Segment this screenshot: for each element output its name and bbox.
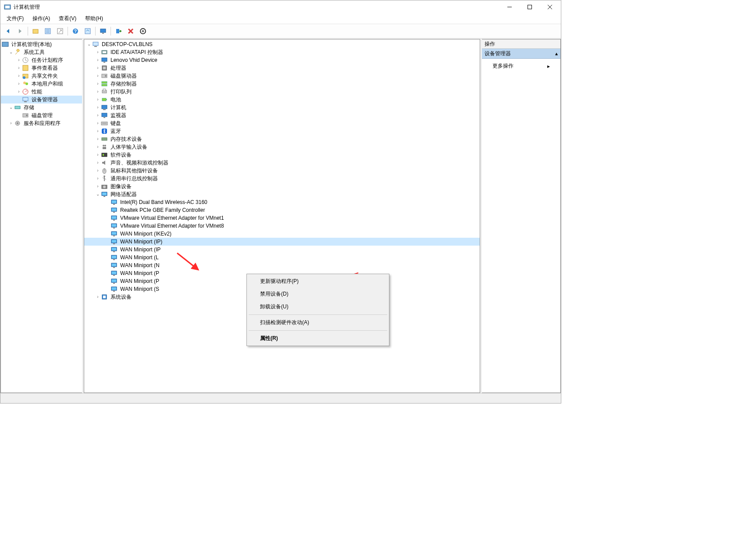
- svg-rect-85: [113, 228, 115, 229]
- device-category[interactable]: ›声音、视频和游戏控制器: [84, 159, 480, 167]
- device-category[interactable]: ›IDE ATA/ATAPI 控制器: [84, 48, 480, 56]
- device-category[interactable]: ›Lenovo Vhid Device: [84, 56, 480, 64]
- device-category[interactable]: ›鼠标和其他指针设备: [84, 167, 480, 175]
- toolbar-help-button[interactable]: ?: [70, 25, 81, 37]
- context-menu-item[interactable]: 禁用设备(D): [248, 288, 388, 300]
- expand-icon[interactable]: ›: [95, 175, 101, 182]
- expand-icon[interactable]: ›: [16, 89, 22, 95]
- tree-disk-management[interactable]: ›磁盘管理: [1, 111, 82, 119]
- collapse-icon[interactable]: ⌄: [95, 191, 101, 197]
- tree-root-computer-management[interactable]: 计算机管理(本地): [1, 40, 82, 48]
- menu-file[interactable]: 文件(F): [2, 14, 28, 23]
- toolbar-export-button[interactable]: [54, 25, 66, 37]
- svg-rect-6: [33, 29, 38, 33]
- expand-icon[interactable]: ›: [16, 73, 22, 79]
- expand-icon[interactable]: ›: [95, 89, 101, 95]
- device-category[interactable]: ›软件设备: [84, 151, 480, 159]
- device-category[interactable]: ›监视器: [84, 111, 480, 119]
- tree-task-scheduler[interactable]: ›任务计划程序: [1, 56, 82, 64]
- expand-icon[interactable]: ›: [95, 128, 101, 134]
- network-adapter-item[interactable]: WAN Miniport (IP: [84, 246, 480, 254]
- expand-icon[interactable]: ›: [95, 57, 101, 63]
- context-menu-item[interactable]: 更新驱动程序(P): [248, 275, 388, 288]
- menu-view[interactable]: 查看(V): [54, 14, 81, 23]
- device-category[interactable]: ›处理器: [84, 64, 480, 72]
- context-menu-item[interactable]: 扫描检测硬件改动(A): [248, 316, 388, 329]
- toolbar-refresh-button[interactable]: [82, 25, 93, 37]
- toolbar-properties-button[interactable]: [42, 25, 53, 37]
- tree-shared-folders[interactable]: ›共享文件夹: [1, 72, 82, 80]
- collapse-icon[interactable]: ⌄: [86, 41, 92, 47]
- expand-icon[interactable]: ›: [95, 96, 101, 103]
- toolbar-up-button[interactable]: [30, 25, 41, 37]
- menu-action[interactable]: 操作(A): [28, 14, 54, 23]
- tree-performance[interactable]: ›性能: [1, 88, 82, 96]
- actions-group[interactable]: 设备管理器 ▴: [482, 49, 560, 59]
- network-adapter-item[interactable]: VMware Virtual Ethernet Adapter for VMne…: [84, 214, 480, 222]
- toolbar-enable-device-button[interactable]: [113, 25, 124, 37]
- expand-icon[interactable]: ›: [16, 57, 22, 63]
- device-category[interactable]: ›蓝牙: [84, 127, 480, 135]
- toolbar-monitor-button[interactable]: [97, 25, 109, 37]
- network-adapter-icon: [111, 230, 118, 237]
- tree-storage[interactable]: ⌄存储: [1, 104, 82, 111]
- expand-icon[interactable]: ›: [95, 120, 101, 126]
- expand-icon[interactable]: ›: [95, 81, 101, 87]
- collapse-icon[interactable]: ⌄: [8, 49, 14, 55]
- toolbar-back-button[interactable]: [2, 25, 14, 37]
- device-category[interactable]: ›计算机: [84, 104, 480, 111]
- app-icon: [4, 4, 11, 11]
- tree-system-tools[interactable]: ⌄ 系统工具: [1, 48, 82, 56]
- network-adapter-item[interactable]: VMware Virtual Ethernet Adapter for VMne…: [84, 222, 480, 230]
- device-category[interactable]: ›图像设备: [84, 182, 480, 190]
- expand-icon[interactable]: ›: [95, 73, 101, 79]
- network-adapter-item[interactable]: Realtek PCIe GBE Family Controller: [84, 206, 480, 214]
- device-category[interactable]: ›人体学输入设备: [84, 143, 480, 151]
- expand-icon[interactable]: ›: [95, 112, 101, 118]
- tree-local-users[interactable]: ›本地用户和组: [1, 80, 82, 88]
- maximize-button[interactable]: [520, 0, 540, 14]
- expand-icon[interactable]: ›: [95, 168, 101, 174]
- device-category[interactable]: ›内存技术设备: [84, 135, 480, 143]
- expand-icon[interactable]: ›: [95, 294, 101, 300]
- device-category[interactable]: ›打印队列: [84, 88, 480, 96]
- network-adapter-item[interactable]: WAN Miniport (IKEv2): [84, 230, 480, 238]
- toolbar-forward-button[interactable]: [14, 25, 26, 37]
- device-category[interactable]: ›电池: [84, 96, 480, 104]
- device-root[interactable]: ⌄DESKTOP-CVLBLNS: [84, 40, 480, 48]
- tree-event-viewer[interactable]: ›事件查看器: [1, 64, 82, 72]
- expand-icon[interactable]: ›: [16, 81, 22, 87]
- expand-icon[interactable]: ›: [95, 183, 101, 189]
- toolbar-scan-hardware-button[interactable]: [137, 25, 149, 37]
- device-category[interactable]: ›磁盘驱动器: [84, 72, 480, 80]
- collapse-icon[interactable]: ⌄: [8, 104, 14, 111]
- minimize-button[interactable]: [499, 0, 520, 14]
- expand-icon[interactable]: ›: [95, 152, 101, 158]
- actions-more[interactable]: 更多操作 ▸: [482, 59, 560, 73]
- expand-icon[interactable]: ›: [95, 49, 101, 55]
- svg-rect-38: [102, 58, 107, 61]
- expand-icon[interactable]: ›: [95, 144, 101, 150]
- context-menu-item[interactable]: 卸载设备(U): [248, 300, 388, 313]
- network-adapter-item[interactable]: WAN Miniport (IP): [84, 238, 480, 246]
- network-adapter-item[interactable]: Intel(R) Dual Band Wireless-AC 3160: [84, 198, 480, 206]
- network-adapter-item[interactable]: WAN Miniport (N: [84, 261, 480, 269]
- device-category[interactable]: ›键盘: [84, 119, 480, 127]
- device-category-network[interactable]: ⌄网络适配器: [84, 190, 480, 198]
- expand-icon[interactable]: ›: [8, 120, 14, 126]
- menu-help[interactable]: 帮助(H): [81, 14, 107, 23]
- close-button[interactable]: [540, 0, 560, 14]
- tree-services-apps[interactable]: ›服务和应用程序: [1, 119, 82, 127]
- expand-icon[interactable]: ›: [95, 104, 101, 111]
- network-adapter-item[interactable]: WAN Miniport (L: [84, 254, 480, 261]
- expand-icon[interactable]: ›: [95, 160, 101, 166]
- tree-device-manager[interactable]: ›设备管理器: [1, 96, 82, 104]
- expand-icon[interactable]: ›: [95, 65, 101, 71]
- expand-icon[interactable]: ›: [95, 136, 101, 142]
- tree-label: 声音、视频和游戏控制器: [110, 159, 169, 167]
- device-category[interactable]: ›存储控制器: [84, 80, 480, 88]
- expand-icon[interactable]: ›: [16, 65, 22, 71]
- toolbar-disable-device-button[interactable]: [125, 25, 136, 37]
- context-menu-item[interactable]: 属性(R): [248, 332, 388, 345]
- device-category[interactable]: ›通用串行总线控制器: [84, 175, 480, 182]
